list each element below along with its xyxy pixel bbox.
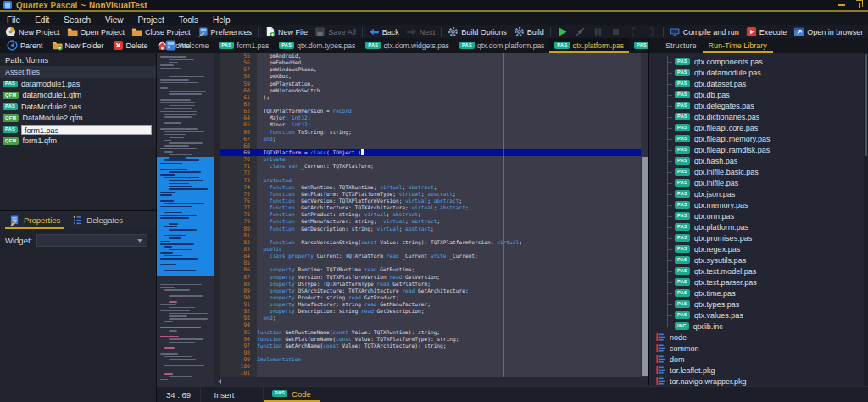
scrollbar-thumb[interactable] [642, 157, 648, 376]
minimap-line [160, 252, 173, 254]
rename-input[interactable]: form1.pas [21, 125, 152, 135]
menu-help[interactable]: Help [213, 15, 231, 25]
scrollbar-thumb[interactable] [865, 54, 867, 156]
tab-welcome[interactable]: Welcome [160, 38, 214, 53]
open-project-button[interactable]: Open Project [64, 25, 129, 38]
tab-qtx-dom-types-pas[interactable]: PASqtx.dom.types.pas [274, 38, 360, 53]
scroll-left-arrow-icon[interactable] [218, 379, 221, 384]
minimap-line [164, 373, 173, 375]
library-item-qtx-inifile-pas[interactable]: PASqtx.inifile.pas [649, 177, 864, 188]
new-project-button[interactable]: New Project [2, 25, 64, 38]
restore-button[interactable] [854, 3, 860, 8]
code-minimap[interactable] [157, 53, 214, 386]
build-options-button[interactable]: Build Options [444, 25, 510, 38]
asset-datamodule2-pas[interactable]: PASDataModule2.pas [0, 101, 156, 113]
new-file-button[interactable]: New File [261, 25, 311, 38]
library-item-qtx-text-model-pas[interactable]: PASqtx.text.model.pas [649, 265, 864, 276]
library-item-qtx-inifile-basic-pas[interactable]: PASqtx.inifile.basic.pas [649, 166, 864, 177]
library-item-qtx-promises-pas[interactable]: PASqtx.promises.pas [649, 232, 864, 243]
execute-button[interactable]: Execute [743, 25, 791, 38]
code-editor[interactable]: 5556575859606162636465666768697071727374… [214, 53, 648, 377]
tab-delegates[interactable]: Delegates [68, 211, 127, 229]
run-button[interactable] [554, 25, 571, 38]
pause-button[interactable] [589, 25, 607, 38]
library-item-qtx-fileapi-memory-pas[interactable]: PASqtx.fileapi.memory.pas [649, 133, 864, 144]
library-item-common[interactable]: common [649, 343, 864, 354]
menu-tools[interactable]: Tools [179, 15, 198, 25]
tab-properties[interactable]: Properties [5, 211, 64, 229]
editor-vertical-scrollbar[interactable] [641, 53, 648, 377]
library-item-qtx-db-pas[interactable]: PASqtx.db.pas [649, 89, 864, 100]
tab-structure[interactable]: Structure [659, 38, 703, 53]
library-item-qtx-orm-pas[interactable]: PASqtx.orm.pas [649, 210, 864, 221]
delete-button[interactable]: Delete [109, 40, 152, 51]
library-item-tor-leaflet-pkg[interactable]: tor.leaflet.pkg [649, 365, 864, 376]
stop-button[interactable] [607, 25, 625, 38]
menu-view[interactable]: View [105, 15, 124, 25]
library-item-qtx-delegates-pas[interactable]: PASqtx.delegates.pas [649, 100, 864, 111]
library-item-qtx-dictionaries-pas[interactable]: PASqtx.dictionaries.pas [649, 111, 864, 122]
library-item-qtx-values-pas[interactable]: PASqtx.values.pas [649, 310, 864, 321]
library-item-qtx-platform-pas[interactable]: PASqtx.platform.pas [649, 221, 864, 232]
tab-run-time-library[interactable]: Run-Time Library [703, 38, 773, 53]
minimap-line [164, 134, 186, 136]
widget-dropdown[interactable] [36, 234, 147, 247]
library-item-qtxlib-inc[interactable]: INCqtxlib.inc [649, 321, 864, 332]
compile-and-run-button[interactable]: Compile and run [666, 25, 743, 38]
code-line: Minor: int32; [257, 121, 648, 128]
library-item-qtx-fileapi-ramdisk-pas[interactable]: PASqtx.fileapi.ramdisk.pas [649, 144, 864, 155]
library-item-qtx-time-pas[interactable]: PASqtx.time.pas [649, 288, 864, 299]
asset-form1-pas[interactable]: PASform1.pas [0, 124, 156, 136]
library-item-qtx-hash-pas[interactable]: PASqtx.hash.pas [649, 155, 864, 166]
library-item-qtx-memory-pas[interactable]: PASqtx.memory.pas [649, 199, 864, 210]
library-item-node[interactable]: node [649, 332, 864, 343]
library-scrollbar[interactable] [864, 53, 868, 402]
library-item-qtx-components-pas[interactable]: PASqtx.components.pas [649, 56, 864, 67]
menu-file[interactable]: File [7, 15, 20, 25]
library-item-dom[interactable]: dom [649, 354, 864, 365]
preferences-button[interactable]: Preferences [194, 25, 256, 38]
step-into-button[interactable] [625, 25, 643, 38]
code-line [257, 170, 648, 176]
editor-horizontal-scrollbar[interactable] [214, 377, 648, 386]
close-project-button[interactable]: Close Project [128, 25, 194, 38]
asset-datamodule1-pas[interactable]: PASdatamodule1.pas [0, 78, 156, 90]
library-item-qtx-text-parser-pas[interactable]: PASqtx.text.parser.pas [649, 276, 864, 288]
open-in-browser-button[interactable]: Open in browser [790, 25, 866, 38]
next-button[interactable]: Next [403, 25, 439, 38]
line-number: 61 [220, 94, 257, 101]
minimap-line [164, 321, 173, 323]
build-button[interactable]: Build [510, 25, 548, 38]
project-title: NonVisualTest [89, 1, 147, 10]
library-item-qtx-types-pas[interactable]: PASqtx.types.pas [649, 299, 864, 310]
save-all-button[interactable]: Save All [311, 25, 359, 38]
asset-list-empty-area [0, 148, 156, 211]
menu-search[interactable]: Search [64, 15, 91, 25]
line-number: 71 [220, 163, 257, 170]
asset-datamodule1-qfm[interactable]: QFMdatamodule1.qfm [0, 90, 156, 102]
file-badge: PAS [675, 146, 690, 154]
library-item-qtx-datamodule-pas[interactable]: PASqtx.datamodule.pas [649, 67, 864, 78]
asset-datamodule2-qfm[interactable]: QFMDataModule2.qfm [0, 113, 156, 125]
tab-qtx-fileapi-ramdisk-pas[interactable]: PASqtx.fileapi.ramdisk.pas [629, 38, 648, 53]
tab-qtx-dom-platform-pas[interactable]: PASqtx.dom.platform.pas [454, 38, 549, 53]
debug-attach-button[interactable] [571, 25, 589, 38]
code-line: function GetPlatform: TQTXPlatformType; … [257, 191, 648, 198]
tab-qtx-platform-pas[interactable]: PASqtx.platform.pas [549, 38, 629, 53]
library-item-qtx-dataset-pas[interactable]: PASqtx.dataset.pas [649, 78, 864, 89]
back-button[interactable]: Back [365, 25, 403, 38]
new-folder-button[interactable]: New Folder [48, 40, 108, 51]
library-item-qtx-json-pas[interactable]: PASqtx.json.pas [649, 188, 864, 199]
menu-edit[interactable]: Edit [35, 15, 49, 25]
parent-button[interactable]: Parent [3, 40, 47, 51]
library-item-qtx-regex-pas[interactable]: PASqtx.regex.pas [649, 243, 864, 254]
tab-qtx-dom-widgets-pas[interactable]: PASqtx.dom.widgets.pas [360, 38, 454, 53]
tab-form1-pas[interactable]: PASform1.pas [214, 38, 274, 53]
library-item-qtx-fileapi-core-pas[interactable]: PASqtx.fileapi.core.pas [649, 122, 864, 133]
step-over-button[interactable] [643, 25, 660, 38]
library-item-qtx-sysutils-pas[interactable]: PASqtx.sysutils.pas [649, 254, 864, 265]
menu-project[interactable]: Project [138, 15, 164, 25]
doc-type-selector[interactable]: PAS Code [264, 387, 320, 402]
asset-form1-qfm[interactable]: QFMform1.qfm [0, 136, 156, 148]
minimize-button[interactable] [838, 4, 845, 6]
